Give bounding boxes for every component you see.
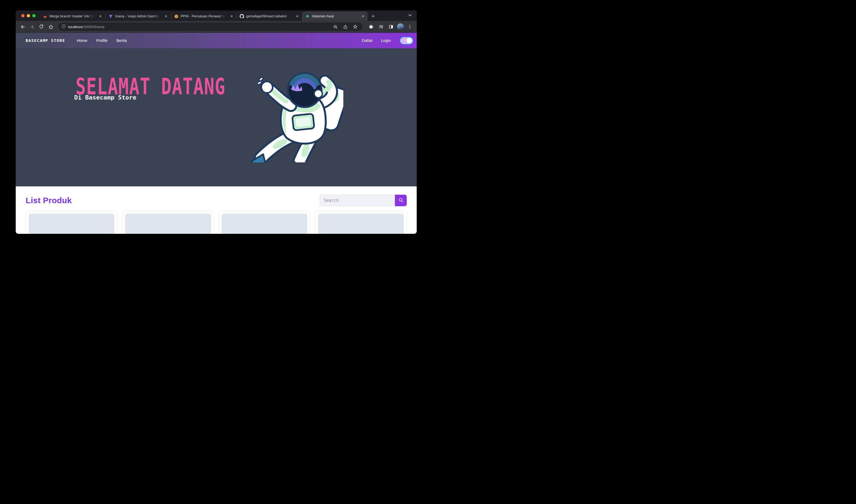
nav-link-home[interactable]: Home (77, 38, 87, 43)
astronaut-illustration (245, 64, 343, 162)
tab-ppni[interactable]: PPNI - Persatuan Perawat Nasi ✕ (171, 12, 236, 21)
product-card[interactable] (122, 211, 214, 234)
nav-link-profile[interactable]: Profile (96, 38, 108, 43)
tab-title: Merge branch 'master' into 'jiha (49, 14, 96, 18)
search-input[interactable] (320, 195, 395, 206)
products-section: List Produk (16, 186, 417, 234)
site-navbar: BASECAMP STORE Home Profile Berita Dafta… (16, 33, 417, 48)
url-text: localhost:5000/#home (68, 25, 105, 29)
nav-link-login[interactable]: Login (381, 38, 391, 43)
tab-close-icon[interactable]: ✕ (163, 14, 168, 19)
share-icon[interactable] (341, 23, 350, 31)
product-image-placeholder (222, 214, 307, 234)
product-card[interactable] (219, 211, 310, 234)
tab-search-chevron-icon[interactable] (408, 13, 412, 18)
browser-toolbar: localhost:5000/#home (16, 21, 417, 33)
profile-avatar[interactable] (397, 23, 404, 30)
toolbar-right-icons (366, 23, 414, 31)
products-header: List Produk (26, 195, 407, 206)
reload-icon[interactable] (37, 23, 46, 31)
nav-link-daftar[interactable]: Daftar (362, 38, 373, 43)
tab-halaman-awal-active[interactable]: Halaman Awal ✕ (302, 12, 368, 21)
zoom-out-icon[interactable] (331, 23, 339, 31)
tab-close-icon[interactable]: ✕ (295, 14, 300, 19)
product-image-placeholder (125, 214, 211, 234)
page-content: BASECAMP STORE Home Profile Berita Dafta… (16, 33, 417, 234)
tab-close-icon[interactable]: ✕ (98, 14, 103, 19)
github-icon (240, 14, 244, 18)
products-heading: List Produk (26, 196, 72, 205)
tab-title: Vuexy - Vuejs Admin Dashboar (115, 14, 161, 18)
nav-actions: Daftar Login (362, 37, 413, 44)
menu-kebab-icon[interactable] (406, 23, 414, 31)
search-icon (398, 198, 404, 203)
product-card-row (26, 211, 407, 234)
product-image-placeholder (318, 214, 404, 234)
vuexy-icon (108, 14, 113, 18)
theme-toggle[interactable] (400, 37, 413, 44)
tabs: Merge branch 'master' into 'jiha ✕ Vuexy… (39, 11, 368, 21)
search-button[interactable] (395, 195, 407, 206)
new-tab-button[interactable]: + (369, 13, 377, 20)
desktop-background: Merge branch 'master' into 'jiha ✕ Vuexy… (0, 0, 428, 252)
theme-toggle-knob (407, 38, 412, 43)
minimize-window-button[interactable] (27, 14, 30, 17)
search-group (320, 195, 407, 206)
site-info-icon[interactable] (61, 24, 66, 30)
tab-title: PPNI - Persatuan Perawat Nasi (181, 14, 227, 18)
back-icon[interactable] (18, 23, 27, 31)
tab-strip: Merge branch 'master' into 'jiha ✕ Vuexy… (16, 11, 417, 21)
address-bar[interactable]: localhost:5000/#home (58, 23, 363, 31)
tab-gitlab-merge[interactable]: Merge branch 'master' into 'jiha ✕ (39, 12, 105, 21)
tab-title: gemafajar09/react-tailwind (246, 14, 292, 18)
ppni-icon (174, 14, 178, 18)
extensions-puzzle-icon[interactable] (367, 23, 375, 31)
tab-close-icon[interactable]: ✕ (360, 14, 365, 19)
fullscreen-window-button[interactable] (32, 14, 36, 17)
product-card[interactable] (315, 211, 407, 234)
forward-icon[interactable] (28, 23, 36, 31)
react-icon (305, 14, 310, 18)
browser-window: Merge branch 'master' into 'jiha ✕ Vuexy… (16, 11, 417, 234)
nav-links: Home Profile Berita (77, 38, 127, 43)
brand-logo[interactable]: BASECAMP STORE (26, 38, 65, 43)
hero-subtitle: Di Basecamp Store (74, 94, 136, 101)
tab-title: Halaman Awal (312, 14, 358, 18)
nav-link-berita[interactable]: Berita (117, 38, 127, 43)
tab-github[interactable]: gemafajar09/react-tailwind ✕ (236, 12, 302, 21)
product-card[interactable] (26, 211, 118, 234)
playlist-icon[interactable] (377, 23, 385, 31)
close-window-button[interactable] (21, 14, 24, 17)
hero-section: SELAMAT DATANG Di Basecamp Store (16, 48, 417, 186)
bookmark-star-icon[interactable] (351, 23, 359, 31)
traffic-lights (16, 11, 39, 21)
tab-close-icon[interactable]: ✕ (229, 14, 234, 19)
home-icon[interactable] (47, 23, 55, 31)
product-image-placeholder (29, 214, 114, 234)
side-panel-icon[interactable] (387, 23, 395, 31)
tab-vuexy[interactable]: Vuexy - Vuejs Admin Dashboar ✕ (105, 12, 171, 21)
gitlab-icon (43, 14, 47, 18)
